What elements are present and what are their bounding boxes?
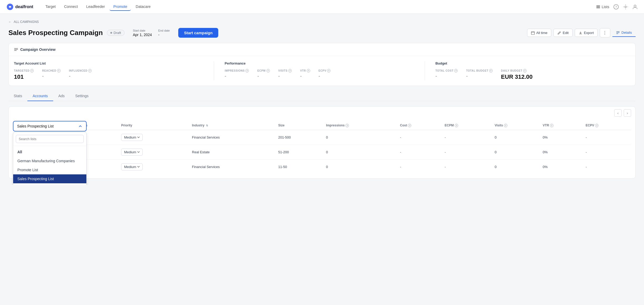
more-button[interactable]: ⋮ <box>600 28 610 37</box>
nav-leadfeeder[interactable]: Leadfeeder <box>83 3 109 11</box>
page-title: Sales Prospecting Campaign <box>8 29 103 37</box>
dropdown-item-sales[interactable]: Sales Prospecting List <box>13 174 86 183</box>
impressions-info-icon[interactable]: ? <box>245 69 249 72</box>
tab-settings[interactable]: Settings <box>70 91 94 101</box>
brand-name: dealfront <box>15 4 33 9</box>
dropdown-item-promote[interactable]: Promote List <box>13 165 86 174</box>
chevron-up-icon <box>78 124 82 128</box>
targeted-info-icon[interactable]: ? <box>30 69 34 72</box>
table-next-button[interactable]: › <box>624 109 631 117</box>
reached-value: - <box>42 73 61 79</box>
page-header: Sales Prospecting Campaign Draft Start d… <box>8 28 636 38</box>
visits-col-info[interactable]: ? <box>504 124 507 127</box>
user-icon[interactable] <box>632 4 638 9</box>
nav-target[interactable]: Target <box>42 3 59 11</box>
table-body: Active Medium <box>13 130 631 174</box>
dropdown-item-german[interactable]: German Manufacturing Companies <box>13 156 86 165</box>
visits-info-icon[interactable]: ? <box>288 69 292 72</box>
nav-connect[interactable]: Connect <box>60 3 81 11</box>
row3-ecpm: - <box>442 160 492 174</box>
row3-ecpv: - <box>582 160 631 174</box>
priority-dropdown[interactable]: Medium <box>121 134 143 141</box>
col-ecpm: ECPM ? <box>442 121 492 130</box>
tab-stats[interactable]: Stats <box>8 91 27 101</box>
targeted-value: 101 <box>14 73 34 80</box>
nav-datacare[interactable]: Datacare <box>132 3 154 11</box>
daily-budget-info-icon[interactable]: ? <box>523 69 527 72</box>
priority-dropdown[interactable]: Medium <box>121 163 143 170</box>
ecpv-info-icon[interactable]: ? <box>327 69 330 72</box>
ecpv-col-info[interactable]: ? <box>595 124 598 127</box>
priority-dropdown[interactable]: Medium <box>121 149 143 156</box>
total-cost-info-icon[interactable]: ? <box>454 69 458 72</box>
svg-point-7 <box>634 5 636 7</box>
lists-button[interactable]: Lists <box>596 5 609 9</box>
reached-info-icon[interactable]: ? <box>57 69 61 72</box>
row1-ecpv: - <box>582 130 631 145</box>
table-navigation: ‹ › <box>9 107 635 117</box>
draft-label: Draft <box>113 31 121 35</box>
campaign-overview-body: Target Account List TARGETED ? 101 REACH… <box>9 56 635 86</box>
chevron-down-icon <box>137 151 140 153</box>
settings-icon[interactable] <box>623 4 628 9</box>
search-input[interactable] <box>16 135 84 143</box>
impressions-metric: IMPRESSIONS ? - <box>225 69 249 79</box>
budget-metrics-row: TOTAL COST ? - TOTAL BUDGET ? - <box>435 69 630 80</box>
cost-col-info[interactable]: ? <box>408 124 411 127</box>
table-header-row: Status Actions Priority Industry ⇅ Size … <box>13 121 631 130</box>
influenced-info-icon[interactable]: ? <box>88 69 92 72</box>
edit-label: Edit <box>563 31 568 35</box>
breadcrumb-label: ALL CAMPAIGNS <box>14 20 39 24</box>
start-date-label: Start date <box>133 29 152 32</box>
vtr-info-icon[interactable]: ? <box>307 69 310 72</box>
total-budget-metric: TOTAL BUDGET ? - <box>466 69 492 80</box>
more-icon: ⋮ <box>603 30 607 35</box>
details-button[interactable]: Details <box>612 29 636 37</box>
target-account-title: Target Account List <box>14 61 209 65</box>
accounts-table: Status Actions Priority Industry ⇅ Size … <box>13 121 631 174</box>
row1-ecpm: - <box>442 130 492 145</box>
all-time-button[interactable]: All time <box>527 29 552 37</box>
date-section: Start date Apr 1, 2024 End date - <box>133 29 170 37</box>
svg-rect-8 <box>531 32 534 35</box>
table-row: Active Medium <box>13 145 631 160</box>
ecpm-col-info[interactable]: ? <box>455 124 458 127</box>
edit-button[interactable]: Edit <box>553 29 572 37</box>
vtr-col-info[interactable]: ? <box>550 124 553 127</box>
table-prev-button[interactable]: ‹ <box>614 109 622 117</box>
col-cost: Cost ? <box>397 121 442 130</box>
ecpm-info-icon[interactable]: ? <box>266 69 270 72</box>
breadcrumb-arrow-icon: ← <box>8 20 12 24</box>
budget-section: Budget TOTAL COST ? - TOTAL BUDGET ? <box>425 61 630 80</box>
campaign-overview-title: Campaign Overview <box>20 47 56 52</box>
overview-icon <box>14 47 18 52</box>
chevron-down-icon <box>137 136 140 138</box>
row2-size: 51-200 <box>275 145 323 160</box>
svg-text:?: ? <box>615 5 617 8</box>
daily-budget-metric: DAILY BUDGET ? EUR 312.00 <box>501 69 533 80</box>
dropdown-options: All German Manufacturing Companies Promo… <box>13 146 86 185</box>
tab-ads[interactable]: Ads <box>53 91 70 101</box>
impressions-col-info[interactable]: ? <box>345 124 349 127</box>
table-wrapper: Status Actions Priority Industry ⇅ Size … <box>9 121 635 178</box>
row1-priority: Medium <box>118 130 189 145</box>
total-cost-metric: TOTAL COST ? - <box>435 69 458 80</box>
accounts-area: ‹ › Sales Prospecting List All German Ma… <box>8 106 636 179</box>
col-vtr: VTR ? <box>539 121 582 130</box>
industry-sort-icon[interactable]: ⇅ <box>206 124 208 127</box>
dropdown-all-option[interactable]: All <box>13 147 86 156</box>
export-button[interactable]: Export <box>575 29 598 37</box>
nav-promote[interactable]: Promote <box>110 3 131 11</box>
help-circle-icon[interactable]: ? <box>613 4 619 9</box>
dropdown-trigger[interactable]: Sales Prospecting List <box>13 121 87 131</box>
col-impressions: Impressions ? <box>323 121 397 130</box>
total-budget-info-icon[interactable]: ? <box>489 69 493 72</box>
table-row: Active Medium <box>13 130 631 145</box>
row3-size: 11-50 <box>275 160 323 174</box>
start-campaign-button[interactable]: Start campaign <box>178 28 218 38</box>
logo[interactable]: dealfront <box>6 3 33 11</box>
influenced-value: - <box>69 73 92 79</box>
row2-vtr: 0% <box>539 145 582 160</box>
breadcrumb[interactable]: ← ALL CAMPAIGNS <box>8 20 636 24</box>
tab-accounts[interactable]: Accounts <box>27 91 53 101</box>
